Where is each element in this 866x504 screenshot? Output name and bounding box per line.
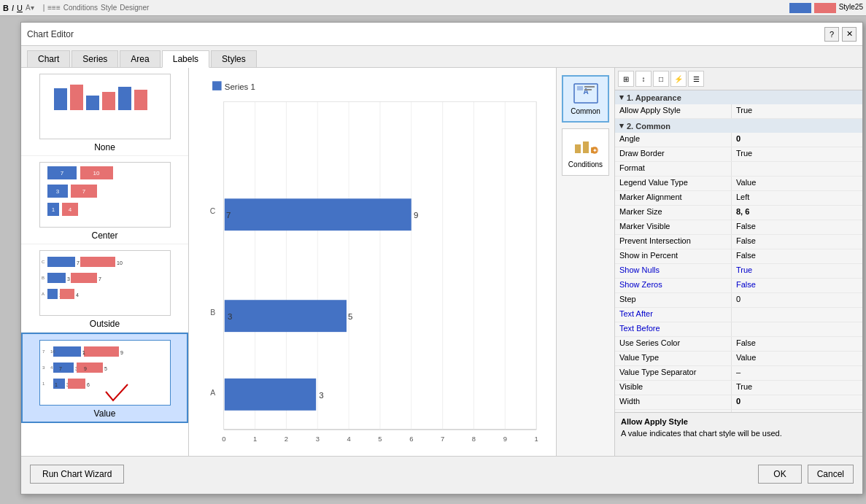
chart-preview-area: Series 1 C B: [189, 68, 556, 456]
label-option-center[interactable]: 7 10 3 7 1 4 Center: [21, 156, 188, 244]
props-info-panel: Allow Apply Style A value indicates that…: [615, 412, 862, 456]
svg-rect-20: [80, 257, 115, 267]
svg-text:7: 7: [226, 211, 231, 220]
svg-text:4: 4: [76, 292, 79, 298]
props-extra-btn[interactable]: ☰: [688, 71, 704, 87]
svg-text:4: 4: [347, 435, 350, 443]
label-option-outside[interactable]: 7 10 3 7 1 4 C: [21, 244, 188, 333]
props-view-btn[interactable]: □: [653, 71, 669, 87]
prop-marker-size[interactable]: Marker Size 8, 6: [615, 206, 862, 220]
footer-right: OK Cancel: [758, 465, 854, 484]
prop-show-nulls[interactable]: Show Nulls True: [615, 264, 862, 279]
svg-text:7: 7: [77, 260, 80, 265]
ok-button[interactable]: OK: [758, 465, 801, 484]
svg-text:7: 7: [441, 435, 444, 443]
svg-text:7: 7: [59, 366, 62, 371]
svg-text:1: 1: [82, 350, 85, 355]
label-option-value[interactable]: 7 9 1 3 5 7 9 3: [21, 333, 188, 423]
prop-format[interactable]: Format: [615, 162, 862, 177]
dialog-titlebar: Chart Editor ? ✕: [21, 23, 862, 46]
svg-rect-54: [212, 81, 222, 90]
svg-text:A: A: [583, 88, 588, 96]
prop-legend-value-type[interactable]: Legend Value Type Value: [615, 177, 862, 191]
properties-panel: ⊞ ↕ □ ⚡ ☰ ▾ 1. Appearance Allow Apply St…: [614, 68, 862, 456]
svg-text:3: 3: [55, 188, 59, 195]
right-icons-panel: A Common ✦ Conditions: [556, 68, 614, 456]
svg-text:1: 1: [51, 206, 55, 213]
svg-text:✦: ✦: [592, 147, 597, 154]
svg-text:2: 2: [285, 435, 288, 443]
props-event-btn[interactable]: ⚡: [670, 71, 687, 87]
left-panel: None 7 10 3 7: [21, 68, 189, 456]
chart-editor-dialog: Chart Editor ? ✕ Chart Series Area Label…: [20, 22, 863, 495]
svg-text:1: 1: [42, 381, 45, 386]
props-grid-btn[interactable]: ⊞: [618, 71, 634, 87]
props-sort-btn[interactable]: ↕: [635, 71, 652, 87]
prop-marker-visible[interactable]: Marker Visible False: [615, 220, 862, 235]
section-appearance: ▾ 1. Appearance: [615, 90, 862, 104]
prop-step[interactable]: Step 0: [615, 293, 862, 308]
svg-text:5: 5: [104, 366, 107, 371]
prop-draw-border[interactable]: Draw Border True: [615, 147, 862, 162]
footer-left: Run Chart Wizard: [30, 465, 124, 484]
prop-angle[interactable]: Angle 0: [615, 133, 862, 147]
cancel-button[interactable]: Cancel: [808, 465, 854, 484]
tab-labels[interactable]: Labels: [162, 50, 209, 68]
tabs-row: Chart Series Area Labels Styles: [21, 46, 862, 68]
prop-show-zeros[interactable]: Show Zeros False: [615, 279, 862, 293]
svg-text:4: 4: [50, 365, 53, 370]
label-value-text: Value: [28, 408, 181, 419]
prop-allow-apply-style[interactable]: Allow Apply Style True: [615, 104, 862, 119]
svg-text:9: 9: [414, 211, 418, 220]
wizard-button[interactable]: Run Chart Wizard: [30, 465, 124, 484]
svg-text:9: 9: [120, 350, 123, 355]
prop-show-in-percent[interactable]: Show in Percent False: [615, 249, 862, 264]
svg-text:C: C: [42, 260, 45, 264]
main-content: None 7 10 3 7: [21, 68, 862, 456]
svg-text:3: 3: [228, 312, 232, 321]
prop-value-type-separator[interactable]: Value Type Separator –: [615, 366, 862, 381]
svg-rect-26: [47, 289, 58, 299]
tab-styles[interactable]: Styles: [211, 50, 257, 67]
svg-text:1: 1: [535, 435, 538, 443]
common-button[interactable]: A Common: [562, 75, 609, 123]
svg-rect-4: [118, 87, 131, 110]
svg-text:8: 8: [472, 435, 476, 443]
prop-prevent-intersection[interactable]: Prevent Intersection False: [615, 235, 862, 249]
svg-rect-38: [53, 363, 74, 373]
svg-text:7: 7: [60, 170, 63, 177]
label-none-text: None: [27, 142, 182, 152]
close-button[interactable]: ✕: [842, 27, 857, 42]
svg-rect-88: [225, 198, 411, 230]
svg-text:3: 3: [316, 435, 320, 443]
tab-series[interactable]: Series: [71, 50, 118, 67]
svg-text:6: 6: [409, 435, 413, 443]
svg-rect-0: [54, 88, 67, 110]
conditions-button[interactable]: ✦ Conditions: [562, 128, 609, 176]
svg-rect-83: [225, 379, 316, 411]
prop-visible[interactable]: Visible True: [615, 381, 862, 395]
prop-value-type[interactable]: Value Type Value: [615, 352, 862, 366]
help-button[interactable]: ?: [824, 27, 839, 42]
prop-text-before[interactable]: Text Before: [615, 322, 862, 337]
label-outside-text: Outside: [27, 319, 182, 329]
svg-text:0: 0: [222, 435, 225, 443]
svg-text:7: 7: [82, 188, 85, 195]
svg-rect-5: [134, 90, 147, 110]
label-option-none[interactable]: None: [21, 68, 188, 156]
prop-width[interactable]: Width 0: [615, 395, 862, 410]
prop-marker-alignment[interactable]: Marker Alignment Left: [615, 191, 862, 206]
svg-text:4: 4: [68, 206, 71, 213]
label-center-text: Center: [27, 230, 182, 241]
chart-svg: Series 1 C B: [196, 75, 549, 449]
svg-rect-33: [53, 346, 81, 357]
tab-area[interactable]: Area: [120, 50, 160, 67]
common-label: Common: [571, 107, 600, 115]
tab-chart[interactable]: Chart: [27, 50, 70, 67]
main-toolbar: B I U A▾ | ≡≡≡ Conditions Style Designer…: [0, 0, 866, 16]
prop-text-after[interactable]: Text After: [615, 308, 862, 322]
svg-rect-18: [47, 257, 75, 267]
svg-text:1: 1: [55, 382, 58, 387]
dialog-footer: Run Chart Wizard OK Cancel: [21, 456, 862, 491]
prop-use-series-color[interactable]: Use Series Color False: [615, 337, 862, 352]
